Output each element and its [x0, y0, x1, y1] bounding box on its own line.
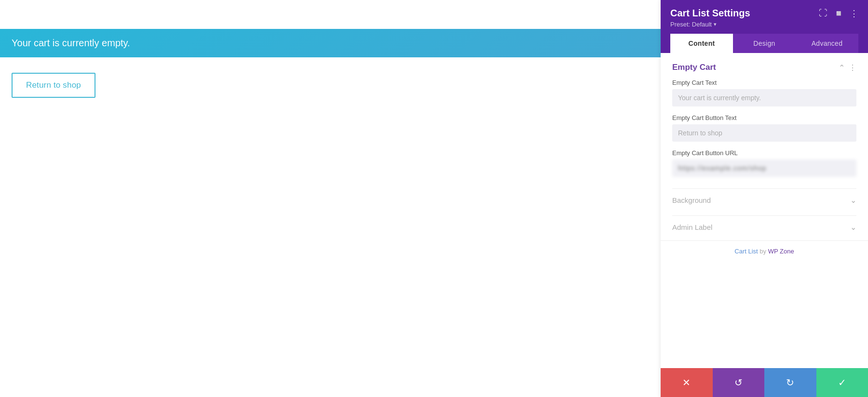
- cart-list-link[interactable]: Cart List: [734, 248, 760, 255]
- panel-header-top: Cart List Settings ⛶ ◽ ⋮: [670, 8, 858, 19]
- admin-label-text: Admin Label: [672, 223, 712, 231]
- empty-cart-button-text-label: Empty Cart Button Text: [672, 114, 856, 121]
- tab-advanced[interactable]: Advanced: [796, 34, 858, 53]
- undo-button[interactable]: ↺: [713, 368, 765, 397]
- background-label: Background: [672, 196, 711, 204]
- admin-label-collapse-icon: ⌄: [850, 223, 856, 232]
- panel-tabs: Content Design Advanced: [670, 34, 858, 53]
- responsive-icon[interactable]: ⛶: [819, 8, 827, 18]
- panel-header-icons: ⛶ ◽ ⋮: [819, 8, 858, 19]
- empty-cart-text-label: Empty Cart Text: [672, 79, 856, 86]
- panel-header: Cart List Settings ⛶ ◽ ⋮ Preset: Default…: [661, 0, 868, 53]
- tab-content[interactable]: Content: [670, 34, 733, 53]
- admin-label-section[interactable]: Admin Label ⌄: [672, 215, 856, 238]
- panel-body: Empty Cart ⌃ ⋮ Empty Cart Text Empty Car…: [661, 53, 868, 397]
- panel-title: Cart List Settings: [670, 8, 750, 19]
- more-options-icon[interactable]: ⋮: [850, 8, 858, 19]
- background-section[interactable]: Background ⌄: [672, 188, 856, 212]
- tab-design[interactable]: Design: [733, 34, 796, 53]
- cancel-button[interactable]: ✕: [661, 368, 713, 397]
- section-header-icons: ⌃ ⋮: [839, 63, 856, 72]
- empty-cart-button-url-label: Empty Cart Button URL: [672, 149, 856, 157]
- empty-cart-button-url-input[interactable]: [672, 159, 856, 177]
- background-collapse-icon: ⌄: [850, 196, 856, 205]
- settings-panel: Cart List Settings ⛶ ◽ ⋮ Preset: Default…: [661, 0, 868, 397]
- section-header-empty-cart: Empty Cart ⌃ ⋮: [672, 63, 856, 72]
- redo-button[interactable]: ↻: [764, 368, 816, 397]
- canvas-area: Your cart is currently empty. Return to …: [0, 0, 661, 397]
- preset-arrow-icon: ▾: [714, 21, 717, 27]
- save-button[interactable]: ✓: [816, 368, 868, 397]
- empty-cart-text-input[interactable]: [672, 89, 856, 106]
- return-to-shop-button[interactable]: Return to shop: [12, 73, 95, 98]
- section-more-icon[interactable]: ⋮: [849, 63, 856, 72]
- action-bar: ✕ ↺ ↻ ✓: [661, 368, 868, 397]
- empty-cart-section: Empty Cart ⌃ ⋮ Empty Cart Text Empty Car…: [661, 53, 868, 185]
- cart-empty-text: Your cart is currently empty.: [12, 38, 130, 48]
- empty-cart-title: Empty Cart: [672, 63, 716, 72]
- panel-footer-credit: Cart List by WP Zone: [661, 240, 868, 259]
- panel-preset[interactable]: Preset: Default ▾: [670, 21, 858, 28]
- cart-empty-banner: Your cart is currently empty.: [0, 29, 661, 57]
- layout-icon[interactable]: ◽: [833, 8, 844, 19]
- wp-zone-link[interactable]: WP Zone: [768, 248, 794, 255]
- collapse-icon[interactable]: ⌃: [839, 63, 845, 72]
- empty-cart-button-text-input[interactable]: [672, 124, 856, 142]
